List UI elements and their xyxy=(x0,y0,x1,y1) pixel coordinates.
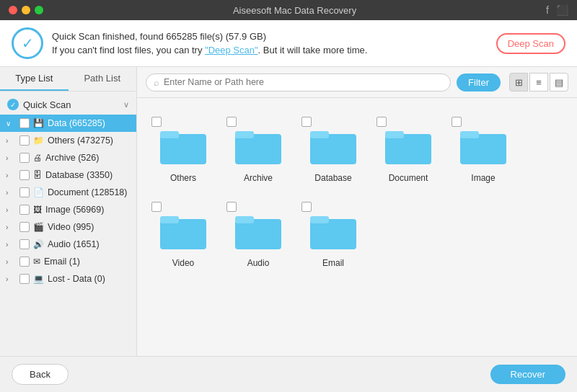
checkbox-lost[interactable] xyxy=(19,274,30,284)
checkbox-video[interactable] xyxy=(19,222,30,232)
search-icon: ⌕ xyxy=(154,77,159,88)
chat-icon: ⬛ xyxy=(556,4,568,16)
checkbox-others[interactable] xyxy=(19,135,30,146)
status-message2: If you can't find lost files, you can tr… xyxy=(52,43,496,58)
image-icon: 🖼 xyxy=(33,205,42,215)
expand-arrow-icon: › xyxy=(6,189,16,197)
list-view-button[interactable]: ≡ xyxy=(529,73,548,92)
tab-bar: Type List Path List xyxy=(0,67,136,92)
folder-icon-database xyxy=(310,127,356,164)
main-content: Type List Path List ✓ Quick Scan ∨ ∨ 💾 D… xyxy=(0,67,577,356)
file-checkbox-email[interactable] xyxy=(301,202,312,212)
grid-view-button[interactable]: ⊞ xyxy=(509,73,528,92)
file-item-archive[interactable]: Archive xyxy=(224,110,293,189)
scan-type-row[interactable]: ✓ Quick Scan ∨ xyxy=(0,94,136,115)
checkbox-data[interactable] xyxy=(19,118,30,128)
expand-arrow-icon: › xyxy=(6,258,16,266)
deep-scan-link[interactable]: "Deep Scan" xyxy=(205,45,258,55)
file-item-top xyxy=(452,115,515,127)
deep-scan-button[interactable]: Deep Scan xyxy=(496,33,565,54)
file-item-database[interactable]: Database xyxy=(299,110,368,189)
file-checkbox-others[interactable] xyxy=(151,117,162,127)
sidebar-item-document[interactable]: › 📄 Document (128518) xyxy=(0,184,136,201)
svg-rect-15 xyxy=(310,216,329,223)
svg-rect-4 xyxy=(310,134,356,164)
recover-button[interactable]: Recover xyxy=(490,365,565,384)
file-item-audio[interactable]: Audio xyxy=(224,195,293,274)
maximize-button[interactable] xyxy=(35,6,43,14)
file-item-top xyxy=(301,115,365,127)
database-file-label: Database xyxy=(314,173,351,183)
svg-rect-11 xyxy=(160,216,179,223)
file-checkbox-audio[interactable] xyxy=(226,202,237,212)
minimize-button[interactable] xyxy=(22,6,30,14)
folder-icon-document xyxy=(385,127,431,164)
sidebar-item-email[interactable]: › ✉ Email (1) xyxy=(0,253,136,270)
others-icon: 📁 xyxy=(33,135,44,146)
checkbox-archive[interactable] xyxy=(19,153,30,163)
database-icon: 🗄 xyxy=(33,170,42,180)
svg-rect-10 xyxy=(160,219,206,249)
svg-rect-7 xyxy=(385,131,404,138)
toolbar: ⌕ Filter ⊞ ≡ ▤ xyxy=(137,67,577,98)
checkbox-document[interactable] xyxy=(19,187,30,197)
sidebar-item-image[interactable]: › 🖼 Image (56969) xyxy=(0,201,136,218)
audio-file-label: Audio xyxy=(247,258,270,268)
file-item-video[interactable]: Video xyxy=(149,195,218,274)
file-checkbox-video[interactable] xyxy=(151,202,162,212)
status-text: Quick Scan finished, found 665285 file(s… xyxy=(52,30,496,58)
search-input[interactable] xyxy=(164,77,443,87)
svg-rect-12 xyxy=(235,219,281,249)
back-button[interactable]: Back xyxy=(12,364,69,385)
bottom-bar: Back Recover xyxy=(0,356,577,392)
video-icon: 🎬 xyxy=(33,222,44,232)
folder-icon-archive xyxy=(235,127,281,164)
scan-type-label: Quick Scan xyxy=(23,99,71,110)
video-file-label: Video xyxy=(172,258,194,268)
checkbox-audio[interactable] xyxy=(19,239,30,249)
sidebar-item-others[interactable]: › 📁 Others (473275) xyxy=(0,132,136,149)
sidebar-item-audio[interactable]: › 🔊 Audio (1651) xyxy=(0,236,136,253)
file-checkbox-image[interactable] xyxy=(452,117,462,127)
file-checkbox-document[interactable] xyxy=(376,117,387,127)
sidebar-item-database[interactable]: › 🗄 Database (3350) xyxy=(0,166,136,184)
file-checkbox-database[interactable] xyxy=(301,117,312,127)
sidebar-item-data[interactable]: ∨ 💾 Data (665285) xyxy=(0,115,136,132)
checkbox-image[interactable] xyxy=(19,205,30,215)
file-item-top xyxy=(226,200,290,212)
image-file-label: Image xyxy=(471,173,495,183)
sidebar-item-video[interactable]: › 🎬 Video (995) xyxy=(0,218,136,236)
file-item-image[interactable]: Image xyxy=(449,110,518,189)
file-checkbox-archive[interactable] xyxy=(226,117,237,127)
sidebar-item-lost[interactable]: › 💻 Lost - Data (0) xyxy=(0,270,136,288)
detail-view-button[interactable]: ▤ xyxy=(550,73,568,92)
tab-path-list[interactable]: Path List xyxy=(69,67,137,91)
content-area: ⌕ Filter ⊞ ≡ ▤ xyxy=(137,67,577,356)
email-label: Email (1) xyxy=(44,257,80,267)
expand-arrow-icon: › xyxy=(6,137,16,145)
folder-icon-audio xyxy=(235,212,281,249)
file-item-document[interactable]: Document xyxy=(374,110,443,189)
file-item-email[interactable]: Email xyxy=(299,195,368,274)
checkbox-email[interactable] xyxy=(19,257,30,267)
sidebar: Type List Path List ✓ Quick Scan ∨ ∨ 💾 D… xyxy=(0,67,137,356)
filter-button[interactable]: Filter xyxy=(457,74,501,92)
window-title: Aiseesoft Mac Data Recovery xyxy=(43,5,546,16)
checkbox-database[interactable] xyxy=(19,170,30,180)
expand-arrow-icon: › xyxy=(6,275,16,283)
document-file-label: Document xyxy=(389,173,428,183)
expand-arrow-icon: › xyxy=(6,172,16,179)
file-item-top xyxy=(226,115,290,127)
search-box: ⌕ xyxy=(146,74,451,92)
close-button[interactable] xyxy=(9,6,17,14)
sidebar-item-archive[interactable]: › 🖨 Archive (526) xyxy=(0,149,136,166)
expand-arrow-icon: › xyxy=(6,223,16,231)
expand-arrow-icon: › xyxy=(6,241,16,249)
file-item-others[interactable]: Others xyxy=(149,110,218,189)
app-body: ✓ Quick Scan finished, found 665285 file… xyxy=(0,20,577,392)
data-label: Data (665285) xyxy=(48,118,105,128)
tab-type-list[interactable]: Type List xyxy=(0,67,69,91)
status-bar: ✓ Quick Scan finished, found 665285 file… xyxy=(0,20,577,67)
archive-file-label: Archive xyxy=(244,173,273,183)
expand-arrow-icon: › xyxy=(6,206,16,214)
